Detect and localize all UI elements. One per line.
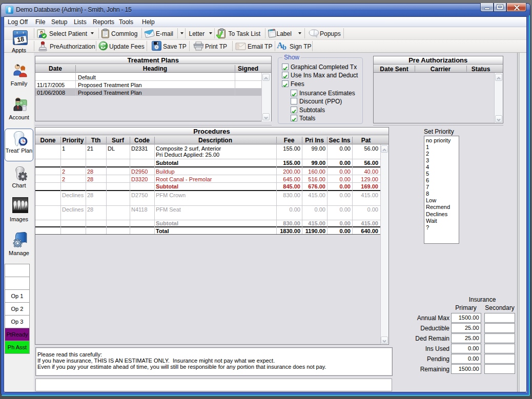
svg-text:18: 18 <box>16 35 25 44</box>
